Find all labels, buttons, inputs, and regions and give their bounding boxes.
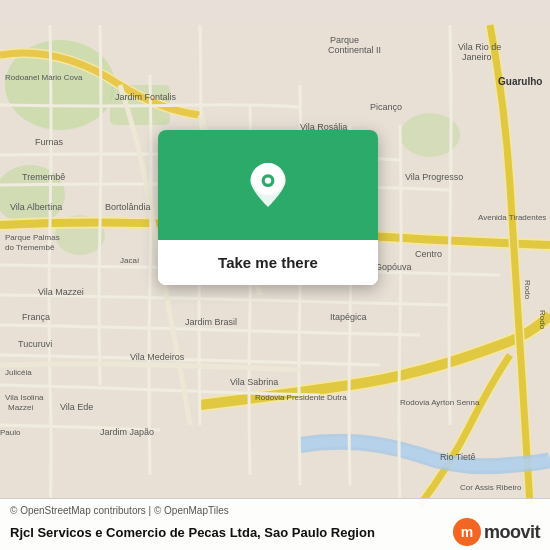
map-container: Parque Continental II Vila Rio de Janeir… <box>0 0 550 550</box>
svg-text:do Tremembê: do Tremembê <box>5 243 55 252</box>
svg-text:Vila Isolina: Vila Isolina <box>5 393 44 402</box>
svg-text:Cor Assis Ribeiro: Cor Assis Ribeiro <box>460 483 522 492</box>
svg-text:Furnas: Furnas <box>35 137 64 147</box>
svg-text:Jardim Brasil: Jardim Brasil <box>185 317 237 327</box>
svg-text:Rodovia Ayrton Senna: Rodovia Ayrton Senna <box>400 398 480 407</box>
svg-text:Vila Ede: Vila Ede <box>60 402 93 412</box>
svg-text:Rio Tietê: Rio Tietê <box>440 452 476 462</box>
svg-text:Vila Albertina: Vila Albertina <box>10 202 62 212</box>
svg-text:Mazzei: Mazzei <box>8 403 34 412</box>
location-line: Rjcl Servicos e Comercio de Pecas Ltda, … <box>10 518 540 546</box>
svg-text:Paulo: Paulo <box>0 428 21 437</box>
svg-text:Centro: Centro <box>415 249 442 259</box>
svg-text:Itapégica: Itapégica <box>330 312 367 322</box>
svg-text:Guarulho: Guarulho <box>498 76 542 87</box>
svg-text:França: França <box>22 312 50 322</box>
svg-text:Rodo: Rodo <box>523 280 532 300</box>
svg-text:Janeiro: Janeiro <box>462 52 492 62</box>
svg-text:Vila Sabrina: Vila Sabrina <box>230 377 278 387</box>
svg-text:Continental II: Continental II <box>328 45 381 55</box>
svg-text:Jardim Japão: Jardim Japão <box>100 427 154 437</box>
moovit-logo: m moovit <box>453 518 540 546</box>
svg-text:Avenida Tiradentes: Avenida Tiradentes <box>478 213 546 222</box>
take-me-there-button[interactable]: Take me there <box>208 250 328 275</box>
svg-text:Rodo: Rodo <box>538 310 547 330</box>
popup-green-area <box>158 130 378 240</box>
popup-button-area[interactable]: Take me there <box>158 240 378 285</box>
svg-text:m: m <box>461 524 473 540</box>
moovit-brand-text: moovit <box>484 522 540 543</box>
svg-text:Vila Progresso: Vila Progresso <box>405 172 463 182</box>
svg-text:Rodoanel Mário Cova: Rodoanel Mário Cova <box>5 73 83 82</box>
svg-text:Vila Medeiros: Vila Medeiros <box>130 352 185 362</box>
svg-text:Parque: Parque <box>330 35 359 45</box>
svg-text:Vila Rio de: Vila Rio de <box>458 42 501 52</box>
svg-text:Tremembê: Tremembê <box>22 172 65 182</box>
svg-text:Picanço: Picanço <box>370 102 402 112</box>
svg-text:Julicéia: Julicéia <box>5 368 32 377</box>
svg-text:Bortolândia: Bortolândia <box>105 202 151 212</box>
svg-text:Tucuruvi: Tucuruvi <box>18 339 52 349</box>
moovit-icon: m <box>453 518 481 546</box>
location-pin-icon <box>246 163 290 207</box>
location-name: Rjcl Servicos e Comercio de Pecas Ltda, … <box>10 525 447 540</box>
svg-text:Rodovia Presidente Dutra: Rodovia Presidente Dutra <box>255 393 347 402</box>
svg-text:Gopóuva: Gopóuva <box>375 262 412 272</box>
svg-text:Parque Palmas: Parque Palmas <box>5 233 60 242</box>
svg-point-48 <box>265 177 271 183</box>
svg-text:Jardim Fontalis: Jardim Fontalis <box>115 92 177 102</box>
attribution-bar: © OpenStreetMap contributors | © OpenMap… <box>0 498 550 550</box>
attribution-text: © OpenStreetMap contributors | © OpenMap… <box>10 505 540 516</box>
popup-card: Take me there <box>158 130 378 285</box>
svg-text:Jacaí: Jacaí <box>120 256 140 265</box>
svg-text:Vila Mazzei: Vila Mazzei <box>38 287 84 297</box>
